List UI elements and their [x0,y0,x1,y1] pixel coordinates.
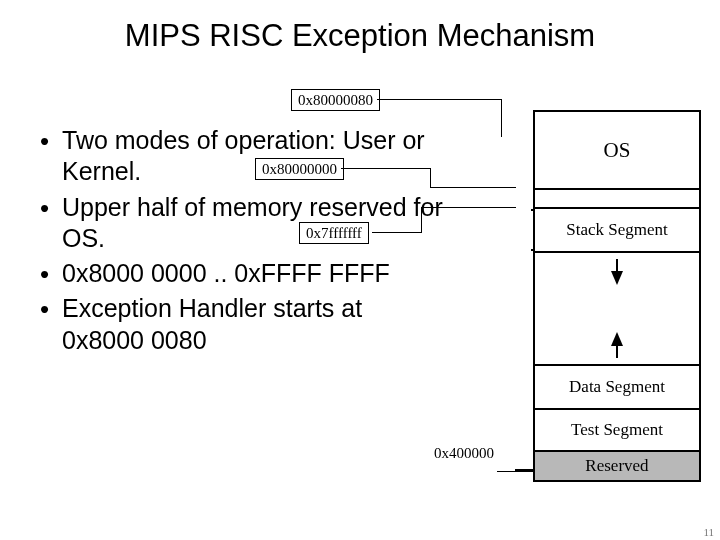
bullet-list: Two modes of operation: User or Kernel. … [40,125,450,360]
address-label-exception-handler: 0x80000080 [291,89,380,111]
address-label-text-base: 0x400000 [434,445,494,462]
address-label-user-top: 0x7fffffff [299,222,369,244]
connector-line [421,207,516,208]
memory-segment-data: Data Segment [535,366,699,410]
notch-icon [531,209,535,251]
memory-map: OS Stack Segment Data Segment Test Segme… [533,110,701,482]
address-label-kernel-base: 0x80000000 [255,158,344,180]
memory-segment-text: Test Segment [535,410,699,452]
page-title: MIPS RISC Exception Mechanism [0,18,720,54]
bullet-item: Upper half of memory reserved for OS. [40,192,450,255]
arrow-down-icon [611,259,623,285]
arrow-up-icon [611,332,623,358]
slide: MIPS RISC Exception Mechanism Two modes … [0,0,720,540]
connector-line [501,99,502,137]
connector-line [430,168,431,188]
segment-label: Stack Segment [566,220,668,240]
memory-segment-gap [535,190,699,209]
connector-line [430,187,516,188]
connector-line [372,232,422,233]
memory-segment-reserved: Reserved [535,452,699,482]
bullet-item: 0x8000 0000 .. 0xFFFF FFFF [40,258,450,289]
connector-line [377,99,502,100]
connector-line [515,469,533,471]
connector-line [497,471,533,472]
page-number: 11 [703,526,714,538]
bullet-item: Two modes of operation: User or Kernel. [40,125,450,188]
connector-line [341,168,431,169]
memory-segment-stack: Stack Segment [535,209,699,253]
memory-segment-os: OS [535,112,699,190]
memory-segment-growth [535,253,699,366]
connector-line [421,207,422,233]
bullet-item: Exception Handler starts at 0x8000 0080 [40,293,450,356]
